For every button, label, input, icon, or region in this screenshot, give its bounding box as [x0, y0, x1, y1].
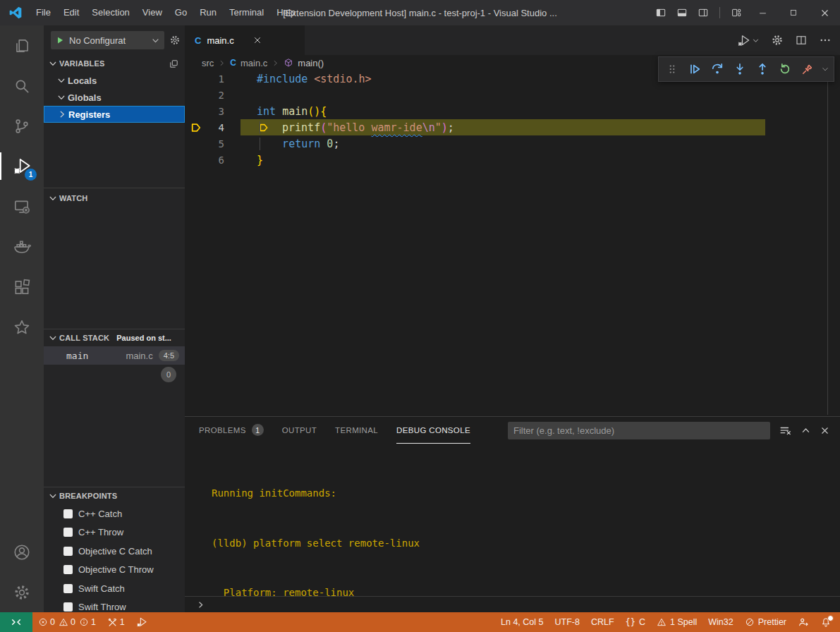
tab-terminal[interactable]: TERMINAL — [335, 417, 378, 444]
checkbox[interactable] — [63, 547, 73, 556]
debug-status[interactable] — [130, 612, 153, 632]
tab-label: DEBUG CONSOLE — [396, 426, 470, 435]
code-editor[interactable]: 1 #include <stdio.h> 2 3 int main(){ 4 — [185, 71, 840, 168]
menu-terminal[interactable]: Terminal — [223, 0, 270, 25]
step-out-button[interactable] — [753, 60, 772, 78]
menu-go[interactable]: Go — [169, 0, 193, 25]
close-window-button[interactable] — [809, 0, 840, 25]
chevron-down-icon[interactable] — [821, 65, 829, 73]
indent-guide — [260, 121, 260, 134]
platform-indicator[interactable]: Win32 — [702, 612, 738, 632]
remote-indicator[interactable] — [0, 612, 32, 632]
cursor-position[interactable]: Ln 4, Col 5 — [495, 612, 549, 632]
source-control-icon — [13, 117, 31, 135]
maximize-panel-icon[interactable] — [801, 425, 811, 436]
maximize-button[interactable] — [778, 0, 809, 25]
breadcrumb-file[interactable]: main.c — [241, 58, 267, 68]
minimize-button[interactable] — [747, 0, 778, 25]
activity-extensions[interactable] — [0, 267, 44, 307]
code-line-4-current: 4 printf ( "hello wamr-ide \n " ) ; — [185, 119, 840, 135]
variables-item-locals[interactable]: Locals — [44, 72, 185, 89]
menu-file[interactable]: File — [30, 0, 57, 25]
close-panel-icon[interactable] — [820, 425, 830, 436]
toggle-sidebar-icon[interactable] — [655, 7, 666, 18]
breakpoint-cpp-catch[interactable]: C++ Catch — [44, 504, 185, 523]
step-over-button[interactable] — [708, 60, 726, 78]
menu-run[interactable]: Run — [193, 0, 223, 25]
activity-remote-explorer[interactable] — [0, 186, 44, 226]
copy-icon[interactable] — [169, 59, 179, 69]
restart-button[interactable] — [776, 60, 794, 78]
menu-selection[interactable]: Selection — [85, 0, 135, 25]
activity-explorer[interactable] — [0, 25, 44, 66]
variables-item-label: Globals — [68, 92, 102, 103]
activity-source-control[interactable] — [0, 106, 44, 146]
tab-debug-console[interactable]: DEBUG CONSOLE — [396, 417, 470, 444]
chevron-right-icon — [272, 59, 279, 67]
activity-account[interactable] — [0, 532, 44, 572]
checkbox[interactable] — [63, 565, 73, 574]
breakpoint-swift-throw[interactable]: Swift Throw — [44, 598, 185, 613]
breakpoint-objc-catch[interactable]: Objective C Catch — [44, 542, 185, 561]
chevron-down-icon — [151, 36, 160, 45]
language-mode[interactable]: {}C — [620, 612, 651, 632]
breakpoint-objc-throw[interactable]: Objective C Throw — [44, 561, 185, 580]
info-count: 1 — [91, 617, 96, 627]
spell-checker-status[interactable]: 1 Spell — [651, 612, 702, 632]
eol-indicator[interactable]: CRLF — [585, 612, 620, 632]
watch-section-header[interactable]: WATCH — [44, 188, 185, 208]
split-editor-icon[interactable] — [795, 34, 808, 47]
run-or-debug-button[interactable] — [737, 34, 760, 47]
continue-icon — [688, 62, 702, 76]
breakpoint-swift-catch[interactable]: Swift Catch — [44, 579, 185, 598]
stack-frame-row[interactable]: main main.c 4:5 — [44, 346, 185, 365]
feedback-button[interactable] — [792, 612, 815, 632]
formatter-status[interactable]: Prettier — [739, 612, 792, 632]
breakpoint-cpp-throw[interactable]: C++ Throw — [44, 523, 185, 542]
editor-settings-gear-icon[interactable] — [771, 34, 784, 47]
continue-button[interactable] — [686, 60, 704, 78]
close-tab-icon[interactable] — [252, 35, 262, 45]
checkbox[interactable] — [63, 602, 73, 612]
activity-run-and-debug[interactable]: 1 — [0, 146, 44, 186]
toggle-panel-icon[interactable] — [676, 7, 688, 18]
toolbar-drag-handle[interactable] — [663, 60, 681, 78]
problems-status[interactable]: 0 0 1 — [32, 612, 102, 632]
breadcrumb-symbol[interactable]: main() — [298, 58, 324, 68]
checkbox[interactable] — [63, 528, 73, 537]
line-number: 6 — [207, 154, 224, 166]
debug-console-input[interactable] — [185, 596, 840, 612]
checkbox[interactable] — [63, 509, 73, 518]
start-debug-icon[interactable] — [55, 35, 65, 45]
tab-problems[interactable]: PROBLEMS 1 — [199, 417, 264, 444]
tab-main-c[interactable]: C main.c — [185, 25, 305, 55]
activity-docker[interactable] — [0, 226, 44, 267]
watch-title: WATCH — [59, 194, 88, 202]
variables-section-header[interactable]: VARIABLES — [44, 55, 185, 72]
clear-console-icon[interactable] — [779, 424, 792, 437]
disconnect-button[interactable] — [798, 60, 817, 78]
toggle-secondary-sidebar-icon[interactable] — [698, 7, 709, 18]
debug-settings-gear-icon[interactable] — [169, 35, 181, 46]
console-filter-input[interactable] — [508, 422, 770, 439]
checkbox[interactable] — [63, 584, 73, 593]
launch-config-dropdown[interactable]: No Configurat — [51, 31, 164, 49]
variables-item-registers[interactable]: Registers — [44, 106, 185, 123]
editor-scrollbar[interactable] — [827, 68, 828, 415]
menu-edit[interactable]: Edit — [57, 0, 85, 25]
notifications-button[interactable] — [815, 612, 840, 632]
more-actions-icon[interactable] — [819, 34, 832, 47]
menu-view[interactable]: View — [136, 0, 169, 25]
variables-item-globals[interactable]: Globals — [44, 89, 185, 106]
toolchain-status[interactable]: 1 — [102, 612, 130, 632]
call-stack-section-header[interactable]: CALL STACK Paused on st... — [44, 329, 185, 346]
encoding-indicator[interactable]: UTF-8 — [549, 612, 585, 632]
tab-output[interactable]: OUTPUT — [282, 417, 317, 444]
activity-search[interactable] — [0, 66, 44, 106]
breadcrumb-folder[interactable]: src — [202, 58, 214, 68]
activity-favorites[interactable] — [0, 307, 44, 347]
activity-settings[interactable] — [0, 572, 44, 612]
customize-layout-icon[interactable] — [731, 7, 742, 18]
step-into-button[interactable] — [731, 60, 749, 78]
breakpoints-section-header[interactable]: BREAKPOINTS — [44, 487, 185, 504]
